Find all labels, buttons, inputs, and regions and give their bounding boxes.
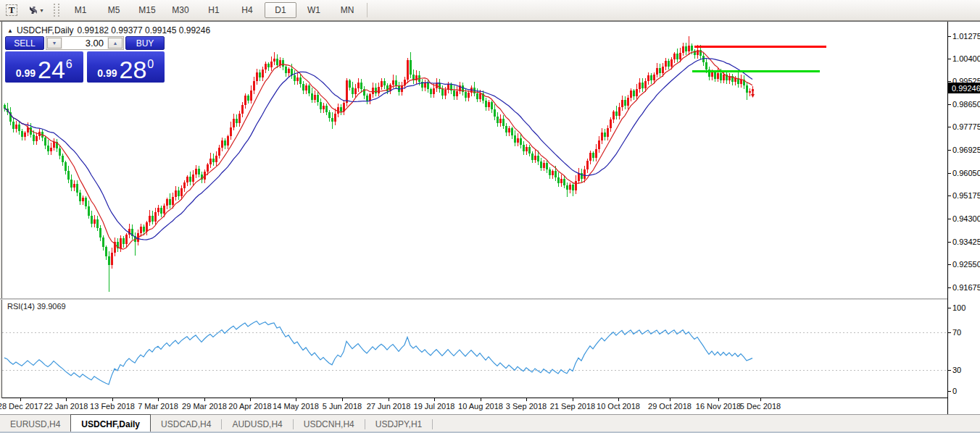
timeframe-button-m30[interactable]: M30 [165, 2, 196, 18]
price-axis-label: 0.96925 [952, 146, 980, 154]
price-axis-tick [948, 104, 951, 105]
volume-spinner: ▼ ▲ [46, 36, 124, 50]
rsi-axis-tick [948, 391, 951, 392]
sell-button[interactable]: SELL [5, 36, 44, 50]
chart-tab-audusd[interactable]: AUDUSD,H4 [222, 415, 292, 433]
sell-price-sup: 6 [66, 59, 72, 70]
date-axis-tick [20, 398, 21, 401]
date-axis-label: 20 Apr 2018 [228, 402, 271, 411]
timeframe-button-h4[interactable]: H4 [231, 2, 263, 18]
timeframe-button-m15[interactable]: M15 [131, 2, 163, 18]
date-axis-tick [481, 398, 481, 401]
price-axis-label: 0.95175 [952, 191, 980, 200]
chart-tab-bar: EURUSD,H4USDCHF,DailyUSDCAD,H4AUDUSD,H4U… [0, 414, 980, 433]
chart-symbol-label: USDCHF,Daily [17, 25, 74, 35]
collapse-triangle-icon[interactable]: ▲ [7, 28, 13, 34]
price-axis-tick [948, 264, 951, 265]
price-axis-label: 0.91675 [952, 283, 980, 292]
price-axis-label: 0.98650 [952, 100, 980, 109]
volume-decrease-button[interactable]: ▼ [47, 38, 62, 49]
chart-tab-eurusd[interactable]: EURUSD,H4 [0, 415, 70, 433]
price-axis-label: 0.94300 [952, 214, 980, 223]
date-axis-tick [760, 398, 761, 401]
date-axis-tick [718, 398, 719, 401]
date-axis-tick [573, 398, 573, 401]
date-axis-label: 3 Sep 2018 [506, 402, 547, 411]
current-price-badge: 0.99246 [948, 83, 980, 93]
date-axis-tick [526, 398, 527, 401]
arrows-tool-icon [28, 4, 39, 16]
timeframe-button-d1[interactable]: D1 [265, 2, 296, 18]
arrows-tool-button[interactable]: ▾ [23, 2, 48, 18]
price-pane: ▲ USDCHF,Daily 0.99182 0.99377 0.99145 0… [2, 22, 947, 298]
date-axis-label: 10 Oct 2018 [597, 402, 640, 411]
price-axis-tick [948, 287, 951, 288]
rsi-axis-label: 0 [952, 387, 957, 395]
date-axis-label: 22 Jan 2018 [44, 402, 88, 411]
date-axis-tick [250, 398, 251, 401]
buy-quote-box[interactable]: 0.99 28 0 [87, 51, 165, 83]
timeframe-button-h1[interactable]: H1 [198, 2, 230, 18]
rsi-axis-tick [948, 332, 951, 333]
date-axis-tick [204, 398, 205, 401]
text-tool-icon: T [6, 4, 18, 16]
buy-price-prefix: 0.99 [97, 66, 117, 80]
price-axis-tick [948, 173, 951, 174]
date-axis-tick [670, 398, 670, 401]
price-axis-tick [948, 36, 951, 37]
rsi-axis-tick [948, 308, 951, 308]
price-axis-label: 1.01275 [952, 32, 980, 41]
date-axis-label: 13 Feb 2018 [90, 402, 135, 411]
toolbar: T ▾ M1M5M15M30H1H4D1W1MN [0, 0, 980, 21]
price-axis-label: 0.93425 [952, 237, 980, 246]
text-tool-button[interactable]: T [3, 2, 20, 18]
timeframe-button-mn[interactable]: MN [331, 2, 363, 18]
sell-price-big: 24 [38, 59, 65, 80]
date-axis-tick [389, 398, 389, 401]
chart-tab-usdchf[interactable]: USDCHF,Daily [70, 414, 151, 433]
date-axis-label: 29 Mar 2018 [182, 402, 227, 411]
date-axis-label: 16 Nov 2018 [696, 402, 741, 411]
sell-quote-box[interactable]: 0.99 24 6 [5, 51, 83, 83]
date-axis[interactable]: 28 Dec 201722 Jan 201813 Feb 20187 Mar 2… [0, 398, 947, 414]
one-click-trade-panel: SELL ▼ ▲ BUY 0.99 24 6 0.99 28 0 [5, 36, 165, 83]
rsi-axis-label: 100 [952, 303, 966, 312]
rsi-chart-canvas[interactable] [2, 300, 947, 398]
date-axis-label: 14 May 2018 [273, 402, 319, 411]
date-axis-label: 5 Jun 2018 [323, 402, 362, 411]
price-axis-tick [948, 59, 951, 59]
tabbar-padding [433, 415, 980, 433]
rsi-axis-label: 30 [952, 366, 961, 374]
chart-tab-usdcad[interactable]: USDCAD,H4 [151, 415, 221, 433]
price-axis-tick [948, 127, 951, 127]
timeframe-button-m1[interactable]: M1 [65, 2, 96, 18]
price-axis-label: 0.96050 [952, 169, 980, 177]
date-axis-tick [158, 398, 159, 401]
rsi-pane: RSI(14) 39.9069 [2, 300, 947, 398]
buy-button[interactable]: BUY [125, 36, 165, 50]
volume-increase-button[interactable]: ▲ [108, 38, 122, 49]
volume-input[interactable] [62, 37, 107, 49]
price-axis[interactable]: 1.012751.004000.995250.986500.977750.969… [947, 22, 980, 414]
date-axis-label: 10 Aug 2018 [458, 402, 503, 411]
price-axis-label: 0.92550 [952, 260, 980, 269]
date-axis-tick [112, 398, 113, 401]
timeframe-button-m5[interactable]: M5 [98, 2, 130, 18]
chevron-down-icon: ▾ [40, 7, 43, 14]
price-axis-tick [948, 219, 951, 219]
chart-tab-usdjpy[interactable]: USDJPY,H1 [365, 415, 432, 433]
chart-tab-usdcnh[interactable]: USDCNH,H4 [294, 415, 365, 433]
timeframe-button-w1[interactable]: W1 [298, 2, 330, 18]
price-axis-tick [948, 150, 951, 151]
price-axis-label: 1.00400 [952, 54, 980, 63]
price-axis-tick [948, 81, 951, 82]
rsi-axis-tick [948, 370, 951, 371]
price-axis-label: 0.97775 [952, 122, 980, 131]
date-axis-tick [618, 398, 619, 401]
chart-ohlc-values: 0.99182 0.99377 0.99145 0.99246 [78, 25, 211, 35]
date-axis-label: 7 Mar 2018 [138, 402, 178, 411]
date-axis-label: 29 Oct 2018 [648, 402, 692, 411]
rsi-axis-label: 70 [952, 328, 961, 337]
date-axis-label: 21 Sep 2018 [550, 402, 595, 411]
toolbar-grip[interactable] [54, 4, 59, 17]
